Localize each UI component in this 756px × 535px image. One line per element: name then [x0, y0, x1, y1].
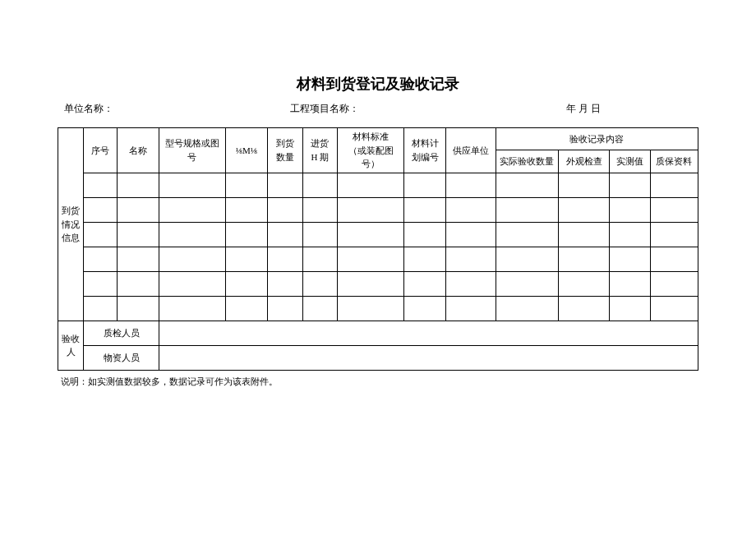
cell [117, 296, 159, 321]
cell [225, 197, 267, 222]
cell [403, 222, 445, 247]
cell [84, 173, 117, 197]
col-date: 进货H 期 [302, 128, 338, 173]
col-supplier: 供应单位 [446, 128, 496, 173]
cell [225, 296, 267, 321]
cell [117, 222, 159, 247]
cell [558, 197, 610, 222]
sign-qc-value [159, 321, 698, 345]
cell [225, 247, 267, 271]
cell [496, 296, 558, 321]
col-name: 名称 [117, 128, 159, 173]
cell [159, 296, 226, 321]
sign-mat-label: 物资人员 [84, 345, 159, 370]
cell [302, 271, 338, 296]
col-accept-group: 验收记录内容 [496, 128, 698, 150]
cell [403, 296, 445, 321]
cell [558, 173, 610, 197]
cell [650, 222, 698, 247]
cell [117, 173, 159, 197]
table-row [58, 173, 698, 197]
cell [268, 222, 303, 247]
cell [117, 271, 159, 296]
table-row [58, 222, 698, 247]
page-title: 材料到货登记及验收记录 [58, 74, 698, 94]
col-unit: ⅛M⅛ [225, 128, 267, 173]
table-row [58, 296, 698, 321]
table-row [58, 247, 698, 271]
col-appearance: 外观检查 [558, 150, 610, 173]
cell [403, 271, 445, 296]
cell [159, 222, 226, 247]
cell [496, 222, 558, 247]
cell [159, 247, 226, 271]
cell [302, 173, 338, 197]
footnote: 说明：如实测值数据较多，数据记录可作为该表附件。 [58, 376, 698, 388]
cell [496, 197, 558, 222]
cell [302, 197, 338, 222]
cell [268, 271, 303, 296]
sign-mat-value [159, 345, 698, 370]
cell [159, 271, 226, 296]
cell [84, 296, 117, 321]
cell [610, 197, 650, 222]
col-spec: 型号规格或图号 [159, 128, 226, 173]
cell [650, 296, 698, 321]
col-qty: 到货数量 [268, 128, 303, 173]
cell [558, 271, 610, 296]
cell [302, 222, 338, 247]
cell [84, 271, 117, 296]
cell [338, 296, 404, 321]
cell [225, 222, 267, 247]
cell [650, 197, 698, 222]
cell [117, 197, 159, 222]
side-acceptor: 验收人 [58, 321, 84, 370]
cell [558, 247, 610, 271]
cell [338, 173, 404, 197]
table-row [58, 197, 698, 222]
header-row-1: 到货情况信息 序号 名称 型号规格或图号 ⅛M⅛ 到货数量 进货H 期 材料标准… [58, 128, 698, 150]
sign-qc-label: 质检人员 [84, 321, 159, 345]
col-measured: 实测值 [610, 150, 650, 173]
cell [650, 173, 698, 197]
date-label: 年 月 日 [566, 102, 692, 116]
cell [225, 271, 267, 296]
cell [446, 296, 496, 321]
unit-label: 单位名称： [64, 102, 290, 116]
col-std: 材料标准（或装配图号） [338, 128, 404, 173]
col-seq: 序号 [84, 128, 117, 173]
cell [558, 222, 610, 247]
cell [446, 222, 496, 247]
meta-row: 单位名称： 工程项目名称： 年 月 日 [58, 102, 698, 116]
cell [225, 173, 267, 197]
project-label: 工程项目名称： [290, 102, 566, 116]
cell [610, 296, 650, 321]
cell [268, 197, 303, 222]
col-qa-doc: 质保资料 [650, 150, 698, 173]
cell [84, 197, 117, 222]
cell [117, 247, 159, 271]
cell [84, 247, 117, 271]
cell [496, 247, 558, 271]
cell [446, 271, 496, 296]
cell [84, 222, 117, 247]
cell [338, 197, 404, 222]
cell [558, 296, 610, 321]
cell [446, 197, 496, 222]
cell [610, 271, 650, 296]
cell [403, 247, 445, 271]
cell [338, 222, 404, 247]
cell [446, 247, 496, 271]
cell [610, 173, 650, 197]
cell [268, 296, 303, 321]
cell [496, 271, 558, 296]
sign-mat-row: 物资人员 [58, 345, 698, 370]
cell [650, 247, 698, 271]
col-plan: 材料计划编号 [403, 128, 445, 173]
side-arrival: 到货情况信息 [58, 128, 84, 321]
cell [610, 247, 650, 271]
cell [403, 173, 445, 197]
cell [650, 271, 698, 296]
page: 材料到货登记及验收记录 单位名称： 工程项目名称： 年 月 日 到货情况信息 序… [0, 0, 756, 388]
cell [159, 173, 226, 197]
